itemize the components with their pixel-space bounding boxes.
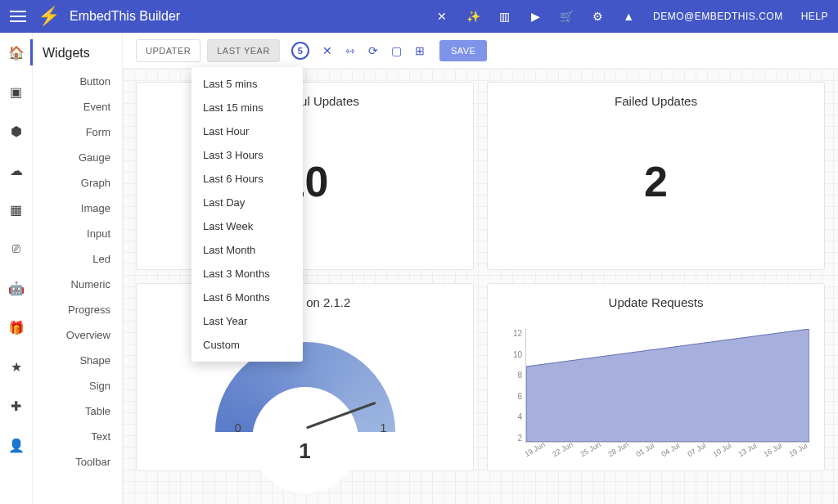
x-tick: 07 Jul <box>686 442 707 459</box>
library-icon[interactable]: ▥ <box>498 10 511 23</box>
cube-icon[interactable]: ⬢ <box>8 123 25 139</box>
refresh-badge[interactable]: 5 <box>291 42 309 60</box>
widget-item[interactable]: Sign <box>33 373 122 398</box>
widget-item[interactable]: Table <box>33 398 122 424</box>
toolbar-refresh-icon[interactable]: ⟳ <box>368 44 378 57</box>
bolt-icon: ⚡ <box>38 6 60 27</box>
y-tick: 12 <box>499 329 522 338</box>
wand-icon[interactable]: ✨ <box>466 10 480 23</box>
gift-icon[interactable]: 🎁 <box>8 319 25 335</box>
range-dropdown: Last 5 minsLast 15 minsLast HourLast 3 H… <box>191 67 303 362</box>
gauge-min: 0 <box>235 421 241 434</box>
dropdown-item[interactable]: Last Week <box>191 214 303 238</box>
y-tick: 8 <box>499 371 522 380</box>
toolbar-add-icon[interactable]: ⊞ <box>415 44 425 57</box>
gear-icon[interactable]: ⚙ <box>591 10 604 23</box>
card-requests[interactable]: Update Requests 12108642 19 Jun22 Jun25 … <box>487 283 825 471</box>
dropdown-item[interactable]: Last 6 Months <box>191 286 303 309</box>
widget-item[interactable]: Led <box>33 246 122 272</box>
star-icon[interactable]: ★ <box>8 358 25 375</box>
icon-rail: 🏠 ▣ ⬢ ☁ ▦ ⎚ 🤖 🎁 ★ ✚ 👤 <box>0 33 33 504</box>
dropdown-item[interactable]: Last 3 Months <box>191 262 303 286</box>
dropdown-item[interactable]: Last Day <box>191 191 303 214</box>
dropdown-item[interactable]: Last 3 Hours <box>191 143 303 167</box>
gauge-max: 1 <box>380 421 386 434</box>
widget-item[interactable]: Gauge <box>33 145 122 170</box>
toolbar-tools-icon[interactable]: ✕ <box>322 44 332 57</box>
user-icon[interactable]: 👤 <box>8 437 25 453</box>
x-tick: 19 Jun <box>524 440 547 458</box>
dropdown-item[interactable]: Last 6 Hours <box>191 167 303 191</box>
y-tick: 6 <box>499 392 522 401</box>
tools-icon[interactable]: ✕ <box>435 10 448 23</box>
dashboard-icon[interactable]: ▣ <box>8 83 25 100</box>
dropdown-item[interactable]: Last Year <box>191 309 303 333</box>
x-tick: 28 Jun <box>607 440 630 458</box>
dropdown-item[interactable]: Last Month <box>191 238 303 262</box>
dropdown-item[interactable]: Last 15 mins <box>191 96 303 119</box>
top-nav: ⚡ EmbedThis Builder ✕ ✨ ▥ ▶ 🛒 ⚙ ▲ DEMO@E… <box>0 0 838 33</box>
widgets-list: ButtonEventFormGaugeGraphImageInputLedNu… <box>33 69 122 475</box>
toolbar-width-icon[interactable]: ⇿ <box>345 44 355 57</box>
x-tick: 25 Jun <box>579 440 602 458</box>
x-tick: 13 Jul <box>737 442 758 459</box>
gauge-value: 1 <box>299 439 310 464</box>
menu-icon[interactable] <box>10 11 26 22</box>
top-icons: ✕ ✨ ▥ ▶ 🛒 ⚙ ▲ <box>435 10 635 23</box>
x-tick: 04 Jul <box>660 442 682 459</box>
device-icon[interactable]: ⎚ <box>8 241 25 257</box>
robot-icon[interactable]: 🤖 <box>8 280 25 296</box>
dropdown-item[interactable]: Custom <box>191 333 303 357</box>
cart-icon[interactable]: 🛒 <box>560 10 573 23</box>
widget-item[interactable]: Input <box>33 221 122 246</box>
save-button[interactable]: SAVE <box>439 40 488 61</box>
grid-icon[interactable]: ▦ <box>8 201 25 218</box>
card-successful[interactable]: Successful Updates 10 <box>136 82 474 270</box>
app-title: EmbedThis Builder <box>70 9 180 24</box>
dropdown-item[interactable]: Last 5 mins <box>191 72 303 96</box>
widget-item[interactable]: Image <box>33 196 122 221</box>
widget-item[interactable]: Overview <box>33 322 122 348</box>
y-tick: 2 <box>499 434 522 443</box>
y-tick: 10 <box>499 350 522 359</box>
card-devices[interactable]: Devices on 2.1.2 0 1 1 <box>136 283 474 471</box>
widget-item[interactable]: Graph <box>33 170 122 196</box>
widget-item[interactable]: Event <box>33 94 122 119</box>
alert-icon[interactable]: ▲ <box>622 10 635 23</box>
card-title: Failed Updates <box>615 94 697 108</box>
dropdown-item[interactable]: Last Hour <box>191 119 303 143</box>
x-tick: 22 Jun <box>552 440 574 458</box>
x-tick: 10 Jul <box>711 442 732 459</box>
widgets-panel: Widgets ButtonEventFormGaugeGraphImageIn… <box>33 33 123 504</box>
home-icon[interactable]: 🏠 <box>8 44 25 61</box>
x-tick: 16 Jul <box>762 442 783 459</box>
plus-icon[interactable]: ✚ <box>8 398 25 414</box>
widget-item[interactable]: Shape <box>33 348 122 373</box>
card-value: 2 <box>644 157 668 206</box>
widget-item[interactable]: Numeric <box>33 272 122 297</box>
updater-button[interactable]: UPDATER <box>136 39 200 62</box>
range-button[interactable]: LAST YEAR <box>207 39 280 62</box>
widget-item[interactable]: Toolbar <box>33 449 122 475</box>
toolbar-screen-icon[interactable]: ▢ <box>391 44 402 57</box>
help-link[interactable]: HELP <box>801 11 828 22</box>
cloud-icon[interactable]: ☁ <box>8 162 25 178</box>
widget-item[interactable]: Button <box>33 69 122 94</box>
widgets-title: Widgets <box>33 33 122 69</box>
widget-item[interactable]: Text <box>33 424 122 449</box>
x-tick: 19 Jul <box>787 442 809 459</box>
area-chart: 12108642 19 Jun22 Jun25 Jun28 Jun01 Jul0… <box>499 329 813 459</box>
card-failed[interactable]: Failed Updates 2 <box>487 82 825 270</box>
x-tick: 01 Jul <box>635 442 656 459</box>
card-title: Update Requests <box>609 295 704 309</box>
widget-item[interactable]: Form <box>33 119 122 145</box>
user-email[interactable]: DEMO@EMBEDTHIS.COM <box>653 11 783 22</box>
play-icon[interactable]: ▶ <box>529 10 542 23</box>
y-tick: 4 <box>499 412 522 421</box>
toolbar: UPDATER LAST YEAR 5 ✕ ⇿ ⟳ ▢ ⊞ SAVE <box>123 33 838 69</box>
widget-item[interactable]: Progress <box>33 297 122 322</box>
